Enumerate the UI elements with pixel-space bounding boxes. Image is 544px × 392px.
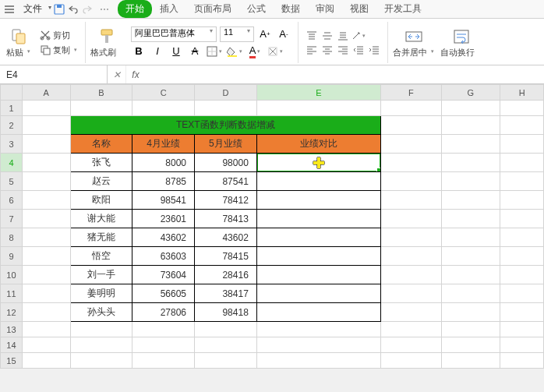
table-row[interactable]: 78412 <box>195 191 257 210</box>
col-header-D[interactable]: D <box>195 85 257 101</box>
selected-cell[interactable] <box>256 154 380 172</box>
table-row[interactable]: 43602 <box>195 228 257 247</box>
increase-font-icon[interactable]: A+ <box>257 26 273 42</box>
menu-overflow-icon[interactable]: ⋯ <box>95 4 115 15</box>
row-header[interactable]: 2 <box>1 116 23 135</box>
table-row[interactable]: 78415 <box>195 247 257 266</box>
col-header-G[interactable]: G <box>441 85 500 101</box>
table-header-cell[interactable]: 4月业绩 <box>132 135 195 154</box>
table-row[interactable]: 欧阳 <box>70 191 132 210</box>
table-title-cell[interactable]: TEXT函数判断数据增减 <box>70 116 380 135</box>
row-header[interactable]: 3 <box>1 135 23 154</box>
font-size-select[interactable]: 11 ▾ <box>220 26 254 42</box>
increase-indent-icon[interactable] <box>367 44 381 56</box>
table-row[interactable]: 猪无能 <box>70 228 132 247</box>
row-header[interactable]: 13 <box>1 322 23 337</box>
decrease-indent-icon[interactable] <box>351 44 366 56</box>
col-header-A[interactable]: A <box>22 85 70 101</box>
table-row[interactable] <box>256 303 380 322</box>
row-header[interactable]: 7 <box>1 210 23 228</box>
table-row[interactable]: 8785 <box>132 172 195 191</box>
align-bottom-icon[interactable] <box>336 30 350 42</box>
decrease-font-icon[interactable]: A- <box>276 26 291 42</box>
strikethrough-button[interactable]: A <box>187 44 203 59</box>
table-row[interactable]: 98541 <box>132 191 195 210</box>
table-row[interactable]: 8000 <box>132 154 195 172</box>
table-row[interactable]: 78413 <box>195 210 257 228</box>
table-row[interactable]: 谢大能 <box>70 210 132 228</box>
table-row[interactable]: 27806 <box>132 303 195 322</box>
col-header-H[interactable]: H <box>500 85 544 101</box>
row-header[interactable]: 4 <box>1 154 23 172</box>
table-row[interactable]: 87541 <box>195 172 257 191</box>
row-header[interactable]: 14 <box>1 337 23 353</box>
table-row[interactable] <box>256 228 380 247</box>
table-row[interactable]: 98418 <box>195 303 257 322</box>
tab-insert[interactable]: 插入 <box>152 0 186 18</box>
table-row[interactable]: 赵云 <box>70 172 132 191</box>
tab-data[interactable]: 数据 <box>274 0 308 18</box>
table-header-cell[interactable]: 5月业绩 <box>195 135 257 154</box>
align-right-icon[interactable] <box>336 44 350 56</box>
font-color-button[interactable]: A <box>246 44 263 59</box>
cut-button[interactable]: 剪切 <box>38 29 79 42</box>
menu-file[interactable]: 文件 <box>17 1 53 17</box>
table-header-cell[interactable]: 名称 <box>70 135 132 154</box>
paste-button[interactable]: 粘贴 <box>5 26 32 60</box>
table-row[interactable]: 73604 <box>132 266 195 284</box>
table-row[interactable]: 63603 <box>132 247 195 266</box>
tab-view[interactable]: 视图 <box>342 0 376 18</box>
tab-home[interactable]: 开始 <box>118 0 152 18</box>
cancel-formula-icon[interactable]: ✕ <box>108 65 126 83</box>
table-row[interactable]: 刘一手 <box>70 266 132 284</box>
col-header-C[interactable]: C <box>132 85 195 101</box>
tab-page-layout[interactable]: 页面布局 <box>186 0 239 18</box>
orientation-button[interactable] <box>351 30 366 42</box>
table-row[interactable] <box>256 247 380 266</box>
font-name-select[interactable]: 阿里巴巴普惠体 ▾ <box>131 26 217 42</box>
table-row[interactable]: 23601 <box>132 210 195 228</box>
col-header-F[interactable]: F <box>380 85 441 101</box>
spreadsheet-grid[interactable]: A B C D E F G H 1 2 TEXT函数判断数据增减 3 名称 4月… <box>0 84 544 369</box>
row-header[interactable]: 10 <box>1 266 23 284</box>
row-header[interactable]: 12 <box>1 303 23 322</box>
undo-icon[interactable] <box>67 3 79 16</box>
row-header[interactable]: 1 <box>1 101 23 116</box>
align-middle-icon[interactable] <box>320 30 334 42</box>
clear-format-button[interactable] <box>267 44 284 59</box>
table-row[interactable]: 56605 <box>132 284 195 303</box>
table-row[interactable] <box>256 191 380 210</box>
row-header[interactable]: 15 <box>1 353 23 369</box>
select-all-corner[interactable] <box>1 85 23 101</box>
copy-button[interactable]: 复制 <box>38 44 79 57</box>
table-row[interactable] <box>256 210 380 228</box>
table-row[interactable]: 悟空 <box>70 247 132 266</box>
table-row[interactable]: 28416 <box>195 266 257 284</box>
col-header-E[interactable]: E <box>256 85 380 101</box>
table-row[interactable]: 姜明明 <box>70 284 132 303</box>
format-painter-button[interactable]: 格式刷 <box>89 26 125 60</box>
row-header[interactable]: 5 <box>1 172 23 191</box>
row-header[interactable]: 11 <box>1 284 23 303</box>
table-header-cell[interactable]: 业绩对比 <box>256 135 380 154</box>
table-row[interactable]: 43602 <box>132 228 195 247</box>
table-row[interactable] <box>256 284 380 303</box>
row-header[interactable]: 6 <box>1 191 23 210</box>
table-row[interactable]: 38417 <box>195 284 257 303</box>
bold-button[interactable]: B <box>131 44 147 59</box>
table-row[interactable] <box>256 172 380 191</box>
col-header-B[interactable]: B <box>70 85 132 101</box>
underline-button[interactable]: U <box>168 44 184 59</box>
auto-wrap-button[interactable]: 自动换行 <box>439 26 483 60</box>
tab-formulas[interactable]: 公式 <box>239 0 274 18</box>
table-row[interactable]: 孙头头 <box>70 303 132 322</box>
table-row[interactable]: 张飞 <box>70 154 132 172</box>
tab-review[interactable]: 审阅 <box>308 0 342 18</box>
align-center-icon[interactable] <box>320 44 334 56</box>
tab-developer[interactable]: 开发工具 <box>376 0 429 18</box>
borders-button[interactable] <box>206 44 223 59</box>
redo-icon[interactable] <box>81 3 94 16</box>
merge-center-button[interactable]: 合并居中 <box>391 26 436 60</box>
row-header[interactable]: 8 <box>1 228 23 247</box>
row-header[interactable]: 9 <box>1 247 23 266</box>
